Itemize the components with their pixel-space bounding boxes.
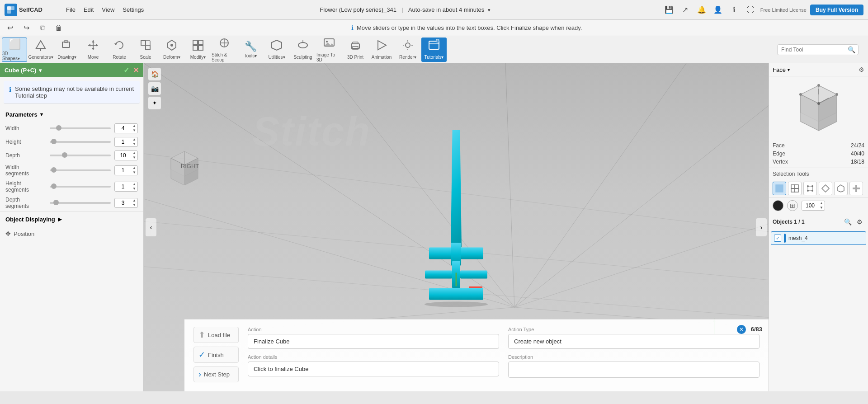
menu-settings[interactable]: Settings [119,5,147,15]
object-search-icon[interactable]: 🔍 [843,217,853,227]
vp-arrow-left[interactable]: ‹ [146,218,156,236]
vp-compass-button[interactable]: ✦ [148,97,161,109]
param-height-input[interactable] [115,138,131,146]
vp-home-button[interactable]: 🏠 [148,68,161,80]
param-height-down[interactable]: ▼ [131,142,137,146]
object-item[interactable]: ✓ mesh_4 [771,231,866,245]
object-settings-icon[interactable]: ⚙ [854,217,864,227]
tool-3d-shapes[interactable]: ⬜ 3D Shapes▾ [2,38,27,62]
tool-image-to-3d[interactable]: Image To 3D [316,38,342,62]
load-file-button[interactable]: ⬆ Load file [193,327,239,343]
param-depth-slider[interactable] [50,155,111,156]
tool-3d-print[interactable]: 3D Print [343,38,368,62]
next-step-button[interactable]: › Next Step [193,366,239,382]
redo-button[interactable]: ↪ [21,23,32,33]
share-icon[interactable]: ↗ [679,4,692,16]
param-height-segments-label: Heightsegments [5,180,46,193]
sel-extra-btn[interactable] [849,182,863,195]
object-displaying-header[interactable]: Object Displaying ▶ [0,211,143,227]
sel-face-btn[interactable] [773,182,786,195]
cube-dropdown-arrow[interactable]: ▾ [39,67,42,74]
param-width-segments-input[interactable] [115,166,131,174]
mesh-wireframe-icon[interactable]: ⊞ [787,200,798,211]
menu-file[interactable]: File [62,5,79,15]
param-height-segments-up[interactable]: ▲ [131,182,137,187]
find-tool-input[interactable] [777,44,859,55]
tool-rotate[interactable]: Rotate [107,38,132,62]
tool-move[interactable]: Move [80,38,106,62]
tool-modify[interactable]: Modify▾ [185,38,211,62]
param-height-segments-slider[interactable] [50,186,111,188]
sel-vertex-btn[interactable] [803,182,817,195]
cube-close-icon[interactable]: ✕ [133,66,139,75]
param-width-segments-slider[interactable] [50,169,111,171]
opacity-down[interactable]: ▼ [818,206,825,210]
param-depth-down[interactable]: ▼ [131,155,137,160]
param-width-slider[interactable] [50,127,111,129]
param-width-segments-up[interactable]: ▲ [131,166,137,170]
menu-edit[interactable]: Edit [80,5,97,15]
position-row[interactable]: ✥ Position [0,227,143,240]
nav-cube[interactable]: RIGHT [166,149,198,181]
opacity-input[interactable] [802,202,818,210]
right-panel-gear-icon[interactable]: ⚙ [859,66,864,73]
vp-camera-button[interactable]: 📷 [148,82,161,95]
tool-generators[interactable]: Generators▾ [28,38,53,62]
tool-deform[interactable]: Deform▾ [159,38,184,62]
param-depth-up[interactable]: ▲ [131,151,137,155]
sel-edge-btn[interactable] [819,182,832,195]
bell-icon[interactable]: 🔔 [695,4,708,16]
sel-object-btn[interactable] [834,182,848,195]
tool-sculpting[interactable]: Sculpting [290,38,316,62]
undo-button[interactable]: ↩ [5,23,15,33]
finish-button[interactable]: ✓ Finish [193,347,239,363]
param-height-slider[interactable] [50,141,111,143]
finish-icon: ✓ [198,350,205,360]
param-height-segments-down[interactable]: ▼ [131,187,137,191]
tool-3d-shapes-label: 3D Shapes▾ [2,51,27,61]
tutorial-close-button[interactable]: ✕ [737,325,746,334]
param-width-down[interactable]: ▼ [131,128,137,133]
tool-utilities[interactable]: Utilities▾ [264,38,289,62]
autosave-dropdown[interactable]: ▾ [488,7,491,13]
param-depth-segments-input[interactable] [115,199,131,207]
tool-animation[interactable]: Animation [369,38,394,62]
object-checkbox[interactable]: ✓ [774,235,781,242]
tool-stitch-scoop[interactable]: Stitch & Scoop [212,38,237,62]
opacity-up[interactable]: ▲ [818,201,825,206]
param-height-up[interactable]: ▲ [131,137,137,142]
save-icon[interactable]: 💾 [663,4,675,16]
expand-icon[interactable]: ⛶ [744,4,757,16]
view-mode-select[interactable]: Face ▾ [773,66,790,73]
view-mode-arrow: ▾ [788,67,790,72]
param-width-input-wrap: ▲ ▼ [114,123,138,133]
param-width-up[interactable]: ▲ [131,124,137,128]
settings-warning: ℹ Some settings may not be available in … [4,81,140,104]
tool-render[interactable]: Render▾ [395,38,420,62]
tool-tutorials[interactable]: Tutorials▾ [421,38,447,62]
menu-view[interactable]: View [98,5,118,15]
param-height-segments-input[interactable] [115,183,131,191]
tool-scale[interactable]: Scale [133,38,158,62]
buy-full-version-button[interactable]: Buy Full Version [810,5,863,15]
param-depth-segments-up[interactable]: ▲ [131,198,137,203]
param-depth-segments-down[interactable]: ▼ [131,203,137,207]
info-circle-icon[interactable]: ℹ [728,4,741,16]
tool-drawing-label: Drawing▾ [57,55,76,60]
sel-edge-face-btn[interactable] [788,182,802,195]
tool-drawing[interactable]: Drawing▾ [54,38,80,62]
cube-confirm-icon[interactable]: ✓ [123,66,129,75]
param-width-input[interactable] [115,124,131,132]
param-depth-input[interactable] [115,151,131,160]
delete-button[interactable]: 🗑 [53,23,64,33]
viewport[interactable]: Stitch RIGHT 🏠 📷 ✦ [144,63,769,391]
tool-tools[interactable]: 🔧 Tools▾ [238,38,263,62]
user-icon[interactable]: 👤 [712,4,724,16]
param-depth-segments-slider[interactable] [50,202,111,204]
param-width-segments-down[interactable]: ▼ [131,170,137,175]
copy-button[interactable]: ⧉ [37,23,48,33]
vp-arrow-right[interactable]: › [756,218,767,236]
color-swatch[interactable] [773,200,783,211]
params-header[interactable]: Parameters ▾ [0,108,143,122]
find-tool-search-icon[interactable]: 🔍 [848,46,855,53]
